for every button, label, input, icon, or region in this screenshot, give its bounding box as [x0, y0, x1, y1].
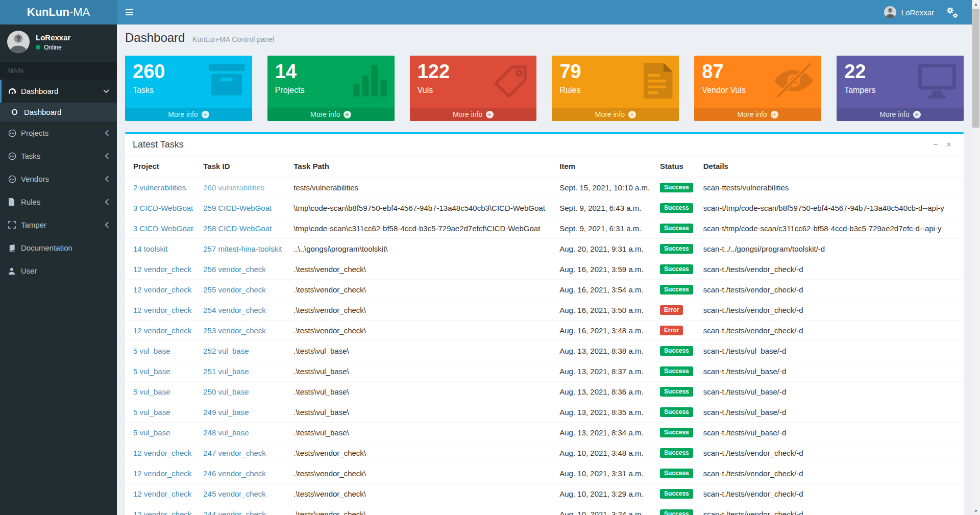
- project-link[interactable]: 5 vul_base: [133, 387, 170, 396]
- sidebar-link-dashboard[interactable]: Dashboard: [0, 80, 117, 103]
- table-row: 12 vendor_check256 vendor_check.\tests\v…: [125, 259, 964, 280]
- task-path: .\tests\vul_base\: [288, 382, 554, 402]
- project-link[interactable]: 3 CICD-WebGoat: [133, 204, 193, 212]
- sidebar-item-label: Tamper: [21, 220, 105, 229]
- info-box-value: 122: [418, 62, 529, 81]
- logo-text-light: -MA: [69, 6, 90, 18]
- sidebar-sublink-dashboard[interactable]: Dashboard: [0, 103, 117, 121]
- project-link[interactable]: 12 vendor_check: [133, 510, 191, 515]
- more-info-link-projects[interactable]: More info: [267, 108, 395, 121]
- task-id-link[interactable]: 256 vendor_check: [203, 265, 266, 274]
- task-id-link[interactable]: 249 vul_base: [203, 408, 249, 416]
- sidebar-link-documentation[interactable]: Documentation: [0, 236, 117, 259]
- page-title-text: Dashboard: [125, 31, 185, 44]
- collapse-button[interactable]: −: [933, 140, 939, 149]
- sidebar-link-tamper[interactable]: Tamper: [0, 213, 117, 236]
- top-navbar: ? LoRexxar: [117, 0, 980, 24]
- sidebar-item-label: Tasks: [21, 152, 105, 160]
- scroll-down-arrow[interactable]: ▼: [972, 507, 980, 515]
- more-info-link-tampers[interactable]: More info: [837, 108, 964, 121]
- sidebar-item-rules: Rules: [0, 190, 117, 213]
- analytics-icon: [8, 152, 21, 160]
- project-link[interactable]: 2 vulnerabilities: [133, 183, 186, 192]
- project-link[interactable]: 5 vul_base: [133, 428, 170, 437]
- sidebar-item-label: Dashboard: [21, 87, 103, 95]
- task-id-link[interactable]: 257 mitest-hina-toolskit: [203, 244, 282, 253]
- task-id-link[interactable]: 260 vulnerabilities: [203, 183, 264, 192]
- chevron-left-icon: [105, 153, 109, 159]
- sidebar-link-user[interactable]: User: [0, 259, 117, 282]
- project-link[interactable]: 14 toolskit: [133, 244, 168, 253]
- column-header-task-id: Task ID: [198, 156, 288, 177]
- task-path: \tmp\code-scan\b8f59750-ebf4-4567-94b7-1…: [288, 198, 554, 218]
- user-icon: [8, 267, 21, 275]
- project-link[interactable]: 12 vendor_check: [133, 326, 191, 335]
- table-row: 5 vul_base252 vul_base.\tests\vul_base\A…: [125, 341, 964, 361]
- column-header-status: Status: [655, 156, 698, 177]
- sidebar-user-name: LoRexxar: [36, 33, 70, 42]
- info-box-label: Vuls: [418, 86, 529, 94]
- project-link[interactable]: 12 vendor_check: [133, 265, 191, 274]
- task-id-link[interactable]: 250 vul_base: [203, 387, 249, 396]
- more-info-link-vendor-vuls[interactable]: More info: [694, 108, 821, 121]
- info-box-value: 87: [702, 62, 814, 81]
- info-box-tampers: 22 Tampers More info: [837, 56, 964, 121]
- info-box-rules: 79 Rules More info: [552, 56, 679, 121]
- arrow-circle-right-icon: [913, 111, 921, 118]
- scroll-up-arrow[interactable]: ▲: [972, 0, 980, 8]
- task-id-link[interactable]: 258 CICD-WebGoat: [203, 224, 272, 233]
- project-link[interactable]: 12 vendor_check: [133, 469, 191, 478]
- more-info-label: More info: [453, 110, 482, 118]
- task-id-link[interactable]: 259 CICD-WebGoat: [203, 204, 272, 212]
- sidebar-toggle-button[interactable]: [117, 0, 141, 24]
- sidebar-link-projects[interactable]: Projects: [0, 121, 117, 144]
- project-link[interactable]: 12 vendor_check: [133, 306, 191, 314]
- task-id-link[interactable]: 254 vendor_check: [203, 306, 266, 314]
- project-link[interactable]: 5 vul_base: [133, 347, 170, 355]
- task-id-link[interactable]: 253 vendor_check: [203, 326, 266, 335]
- info-box-value: 14: [275, 62, 387, 81]
- vertical-scrollbar[interactable]: ▲ ▼: [972, 0, 980, 515]
- task-id-link[interactable]: 252 vul_base: [203, 347, 249, 355]
- task-path: .\tests\vul_base\: [288, 423, 554, 443]
- project-link[interactable]: 12 vendor_check: [133, 449, 191, 457]
- chevron-left-icon: [105, 199, 109, 205]
- task-path: .\tests\vendor_check\: [288, 321, 554, 341]
- dashboard-icon: [8, 88, 21, 94]
- task-path: .\tests\vendor_check\: [288, 280, 554, 300]
- scrollbar-thumb[interactable]: [972, 9, 979, 128]
- settings-gears-icon[interactable]: [941, 0, 965, 24]
- sidebar-link-vendors[interactable]: Vendors: [0, 167, 117, 190]
- project-link[interactable]: 3 CICD-WebGoat: [133, 224, 193, 233]
- task-item-timestamp: Aug. 13, 2021, 8:35 a.m.: [554, 402, 655, 423]
- sidebar-link-tasks[interactable]: Tasks: [0, 144, 117, 167]
- project-link[interactable]: 12 vendor_check: [133, 285, 191, 294]
- project-link[interactable]: 5 vul_base: [133, 408, 170, 416]
- task-details: scan-t./tests/vul_base/-d: [698, 423, 964, 443]
- sidebar-link-rules[interactable]: Rules: [0, 190, 117, 213]
- task-id-link[interactable]: 246 vendor_check: [203, 469, 266, 478]
- task-id-link[interactable]: 245 vendor_check: [203, 489, 266, 498]
- user-status[interactable]: Online: [36, 44, 70, 51]
- more-info-link-tasks[interactable]: More info: [125, 108, 252, 121]
- task-path: tests/vulnerabilities: [288, 177, 554, 198]
- task-id-link[interactable]: 247 vendor_check: [203, 449, 266, 457]
- more-info-link-rules[interactable]: More info: [552, 108, 679, 121]
- navbar-user-menu[interactable]: ? LoRexxar: [877, 0, 941, 24]
- task-id-link[interactable]: 255 vendor_check: [203, 285, 266, 294]
- app-logo[interactable]: KunLun-MA: [0, 0, 117, 24]
- task-id-link[interactable]: 251 vul_base: [203, 367, 249, 376]
- project-link[interactable]: 12 vendor_check: [133, 489, 191, 498]
- table-row: 12 vendor_check253 vendor_check.\tests\v…: [125, 321, 964, 341]
- task-details: scan-ttests/vulnerabilities: [698, 177, 964, 198]
- task-id-link[interactable]: 244 vendor_check: [203, 510, 266, 515]
- chevron-left-icon: [105, 222, 109, 228]
- task-id-link[interactable]: 248 vul_base: [203, 428, 249, 437]
- task-path: \tmp\code-scan\c311cc62-bf58-4ccd-b3c5-7…: [288, 218, 554, 239]
- task-details: scan-t./tests/vendor_check/-d: [698, 300, 964, 321]
- status-badge: Success: [660, 203, 693, 213]
- more-info-link-vuls[interactable]: More info: [410, 108, 537, 121]
- arrow-circle-right-icon: [486, 111, 494, 118]
- close-button[interactable]: ×: [946, 140, 952, 149]
- project-link[interactable]: 5 vul_base: [133, 367, 170, 376]
